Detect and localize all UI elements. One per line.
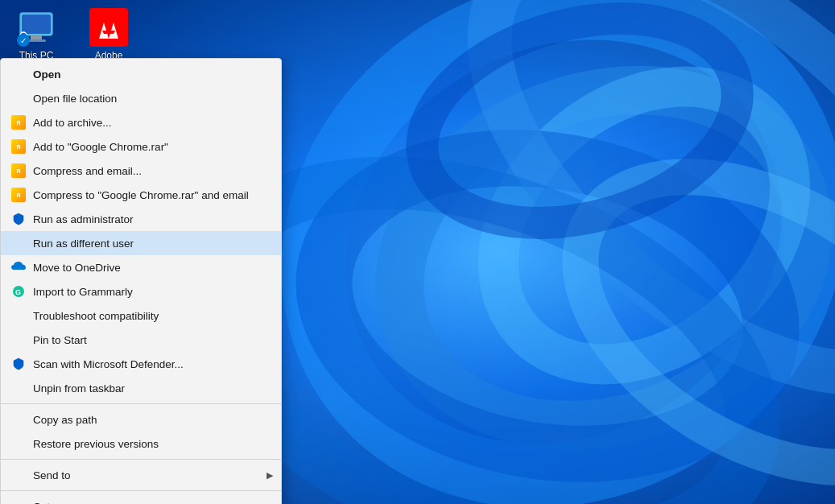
menu-item-run-as-admin[interactable]: Run as administrator [1,207,281,231]
rar-icon-4: R [10,187,27,203]
menu-item-add-to-archive[interactable]: R Add to archive... [1,110,281,134]
separator-3 [1,490,281,491]
menu-item-pin-to-start[interactable]: Pin to Start [1,328,281,352]
menu-item-copy-as-path[interactable]: Copy as path [1,407,281,432]
shield-blue-icon-2 [10,356,27,372]
menu-item-send-to[interactable]: Send to ▶ [1,463,281,487]
menu-item-troubleshoot-compatibility[interactable]: Troubleshoot compatibility [1,304,281,328]
open-icon [10,66,27,82]
desktop: ✓ ✓ This PC Adobe Open [0,0,835,504]
svg-rect-10 [22,14,51,34]
menu-item-run-as-different-user[interactable]: Run as different user [1,231,281,255]
svg-rect-15 [89,8,128,47]
rar-icon-3: R [10,163,27,179]
menu-item-import-grammarly[interactable]: G Import to Grammarly [1,279,281,304]
pin-to-start-icon [10,332,27,348]
menu-item-unpin-taskbar[interactable]: Unpin from taskbar [1,376,281,400]
onedrive-icon [10,259,27,275]
context-menu: Open Open file location R Add to archive… [0,58,282,504]
check-overlay: ✓ [17,34,30,47]
menu-item-move-to-onedrive[interactable]: Move to OneDrive [1,255,281,279]
grammarly-icon: G [10,283,27,300]
separator-2 [1,459,281,460]
separator-1 [1,403,281,404]
restore-icon [10,436,27,452]
menu-item-compress-email[interactable]: R Compress and email... [1,159,281,183]
this-pc-icon[interactable]: ✓ ✓ This PC [8,8,64,61]
menu-item-add-to-chrome-rar[interactable]: R Add to "Google Chrome.rar" [1,134,281,159]
svg-rect-11 [31,35,42,39]
menu-item-open-file-location[interactable]: Open file location [1,86,281,110]
menu-item-compress-chrome-email[interactable]: R Compress to "Google Chrome.rar" and em… [1,183,281,207]
menu-item-cut[interactable]: Cut [1,494,281,504]
rar-icon-1: R [10,114,27,130]
menu-item-open[interactable]: Open [1,62,281,86]
adobe-svg [89,8,128,47]
shield-blue-icon-1 [10,211,27,227]
rar-icon-2: R [10,138,27,155]
file-location-icon [10,90,27,106]
unpin-icon [10,380,27,396]
svg-marker-18 [102,31,115,34]
copy-path-icon [10,411,27,428]
send-to-icon [10,467,27,483]
cut-icon [10,498,27,504]
desktop-icons: ✓ ✓ This PC Adobe [8,8,137,61]
menu-item-restore-versions[interactable]: Restore previous versions [1,432,281,456]
run-different-user-icon [10,235,27,251]
svg-text:G: G [15,288,21,296]
send-to-submenu-arrow: ▶ [267,470,273,481]
adobe-icon[interactable]: Adobe [81,8,137,61]
troubleshoot-icon [10,308,27,324]
menu-item-scan-defender[interactable]: Scan with Microsoft Defender... [1,352,281,376]
